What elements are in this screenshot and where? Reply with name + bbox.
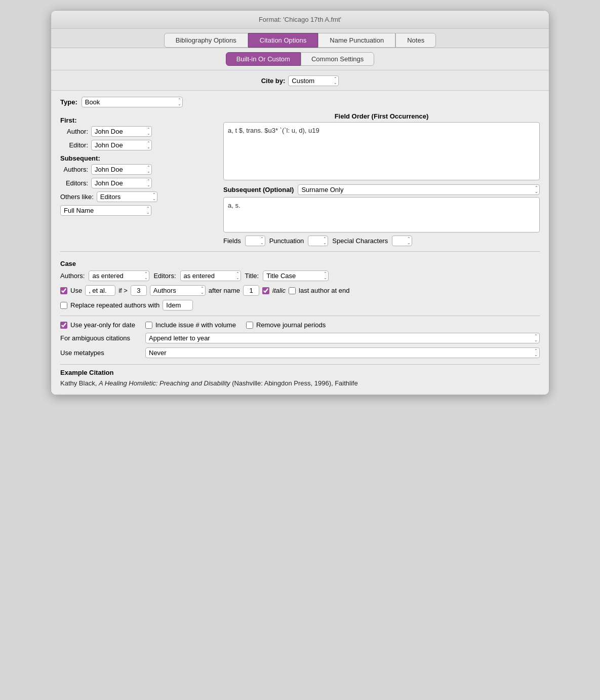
editors-label: Editors:: [60, 179, 88, 187]
example-section: Example Citation Kathy Black, A Healing …: [60, 364, 540, 388]
surname-only-select[interactable]: Surname Only: [298, 184, 540, 195]
authors-label: Authors:: [60, 166, 88, 173]
punctuation-stepper[interactable]: [308, 236, 328, 246]
tab-name-punctuation[interactable]: Name Punctuation: [318, 33, 395, 48]
author-label: Author:: [60, 128, 88, 135]
case-editors-select[interactable]: as entered: [180, 270, 241, 281]
type-label: Type:: [60, 98, 77, 106]
surname-only-select-wrapper: Surname Only: [298, 184, 540, 195]
example-italic-text: A Healing Homiletic: Preaching and Disab…: [99, 379, 230, 387]
case-title-select-wrapper: Title Case: [263, 270, 329, 281]
main-grid: First: Author: John Doe Editor: John Doe: [60, 112, 540, 246]
metatypes-label: Use metatypes: [60, 349, 141, 357]
options-section: Use year-only for date Include issue # w…: [60, 321, 540, 358]
etal-checkbox[interactable]: [60, 287, 67, 294]
author-select-wrapper: John Doe: [91, 126, 152, 137]
etal-value-input[interactable]: [85, 285, 115, 296]
editor-select-wrapper: John Doe: [91, 140, 152, 150]
remove-journal-wrapper: Remove journal periods: [246, 321, 326, 329]
tab-citation-options[interactable]: Citation Options: [248, 33, 318, 48]
example-text-after: (Nashville: Abingdon Press, 1996), Faith…: [230, 379, 358, 387]
ambiguous-select[interactable]: Append letter to year: [145, 333, 540, 343]
remove-journal-label: Remove journal periods: [256, 321, 326, 329]
after-name-number-input[interactable]: [243, 285, 259, 296]
full-name-select[interactable]: Full Name: [60, 205, 151, 216]
main-tab-bar: Bibliography Options Citation Options Na…: [51, 29, 549, 48]
metatypes-row: Use metatypes Never: [60, 347, 540, 358]
type-select[interactable]: Book: [82, 97, 183, 107]
etal-number-input[interactable]: [131, 285, 147, 296]
type-row: Type: Book: [60, 97, 540, 107]
case-authors-select[interactable]: as entered: [89, 270, 149, 281]
sub-tab-builtin-custom[interactable]: Built-in Or Custom: [226, 52, 301, 66]
type-select-wrapper: Book: [82, 97, 183, 107]
author-select[interactable]: John Doe: [91, 126, 152, 137]
cite-by-select[interactable]: Custom: [288, 75, 339, 86]
last-author-checkbox[interactable]: [289, 287, 296, 294]
authors-row: Authors: John Doe: [60, 164, 217, 175]
editor-select[interactable]: John Doe: [91, 140, 152, 150]
italic-checkbox[interactable]: [262, 287, 269, 294]
use-year-only-checkbox[interactable]: [60, 322, 67, 329]
subsequent-header: Subsequent (Optional) Surname Only: [223, 184, 540, 195]
cite-by-row: Cite by: Custom: [51, 70, 549, 91]
remove-journal-checkbox[interactable]: [246, 322, 253, 329]
main-window: Format: 'Chicago 17th A.fmt' Bibliograph…: [51, 10, 549, 395]
right-panel: Field Order (First Occurrence) a, t $, t…: [223, 112, 540, 246]
tab-notes[interactable]: Notes: [395, 33, 436, 48]
last-author-label: last author at end: [299, 287, 349, 294]
use-label: Use: [70, 287, 82, 294]
replace-input[interactable]: [163, 300, 193, 310]
tab-bibliography-options[interactable]: Bibliography Options: [164, 33, 248, 48]
subsequent-text-area[interactable]: a, s.: [223, 197, 540, 232]
others-like-select[interactable]: Editors: [97, 191, 157, 202]
subsequent-optional-title: Subsequent (Optional): [223, 186, 294, 193]
etal-row: Use if > Authors after name italic last …: [60, 285, 540, 296]
metatypes-select[interactable]: Never: [145, 347, 540, 358]
field-order-text-area[interactable]: a, t $, trans. $u3* `(`l: u, d), u19: [223, 122, 540, 180]
special-chars-stepper[interactable]: [392, 236, 412, 246]
example-text-before: Kathy Black,: [60, 379, 99, 387]
etal-dropdown[interactable]: Authors: [150, 285, 206, 296]
editor-label: Editor:: [60, 141, 88, 149]
example-title: Example Citation: [60, 369, 540, 376]
italic-label: italic: [272, 287, 286, 294]
include-issue-label: Include issue # with volume: [155, 321, 236, 329]
fields-stepper[interactable]: [245, 236, 265, 246]
sub-tab-common-settings[interactable]: Common Settings: [301, 52, 374, 66]
metatypes-select-wrapper: Never: [145, 347, 540, 358]
use-year-only-label: Use year-only for date: [70, 321, 135, 329]
case-section: Case Authors: as entered Editors: as ent…: [60, 251, 540, 281]
editors-row: Editors: John Doe: [60, 178, 217, 188]
case-editors-select-wrapper: as entered: [180, 270, 241, 281]
replace-checkbox[interactable]: [60, 302, 67, 309]
example-text: Kathy Black, A Healing Homiletic: Preach…: [60, 378, 540, 388]
after-name-label: after name: [209, 287, 240, 294]
left-panel: First: Author: John Doe Editor: John Doe: [60, 112, 217, 246]
fields-stepper-wrapper: [245, 236, 265, 246]
special-chars-label: Special Characters: [332, 237, 388, 245]
case-label: Case: [60, 260, 540, 267]
editors-select[interactable]: John Doe: [91, 178, 152, 188]
case-title-select[interactable]: Title Case: [263, 270, 329, 281]
include-issue-checkbox[interactable]: [145, 322, 152, 329]
cite-by-label: Cite by:: [261, 77, 286, 85]
ambiguous-row: For ambiguous citations Append letter to…: [60, 333, 540, 343]
authors-select-wrapper: John Doe: [91, 164, 152, 175]
etal-dropdown-wrapper: Authors: [150, 285, 206, 296]
authors-select[interactable]: John Doe: [91, 164, 152, 175]
use-year-only-wrapper: Use year-only for date: [60, 321, 135, 329]
options-row-1: Use year-only for date Include issue # w…: [60, 321, 540, 329]
author-row: Author: John Doe: [60, 126, 217, 137]
ambiguous-label: For ambiguous citations: [60, 334, 141, 342]
subsequent-section-label: Subsequent:: [60, 154, 217, 162]
editors-select-wrapper: John Doe: [91, 178, 152, 188]
case-editors-label: Editors:: [153, 272, 176, 280]
title-bar: Format: 'Chicago 17th A.fmt': [51, 11, 549, 29]
punctuation-stepper-wrapper: [308, 236, 328, 246]
case-authors-select-wrapper: as entered: [89, 270, 149, 281]
case-title-label: Title:: [245, 272, 259, 280]
if-greater-label: if >: [118, 287, 128, 294]
others-like-row: Others like: Editors: [60, 191, 217, 202]
full-name-row: Full Name: [60, 205, 217, 216]
